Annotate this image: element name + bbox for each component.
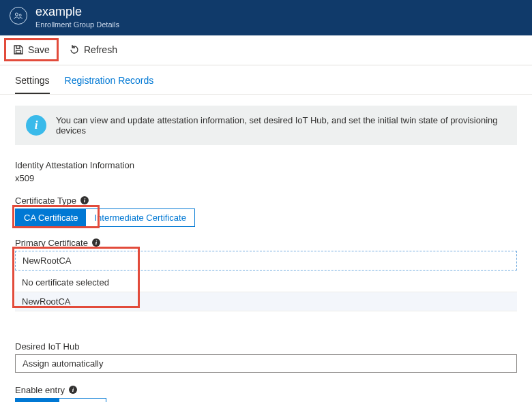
cert-type-ca-option[interactable]: CA Certificate [16,209,86,226]
info-icon: i [26,115,46,136]
tab-registration-records[interactable]: Registration Records [65,75,154,94]
enable-entry-label: Enable entry i [15,385,517,395]
svg-rect-2 [16,50,21,53]
enable-option[interactable]: Enable [16,399,59,402]
cert-type-intermediate-option[interactable]: Intermediate Certificate [86,209,194,226]
primary-certificate-dropdown[interactable]: NewRootCA [15,251,517,270]
page-subtitle: Enrollment Group Details [35,20,119,29]
page-header: example Enrollment Group Details [0,0,532,35]
desired-hub-label: Desired IoT Hub [15,341,517,352]
save-button[interactable]: Save [4,38,59,61]
primary-certificate-options: No certificate selected NewRootCA [15,273,517,311]
dropdown-option-newrootca[interactable]: NewRootCA [15,292,517,311]
info-icon[interactable]: i [92,238,100,247]
content-area: i You can view and update attestation in… [0,95,532,402]
group-icon [10,7,27,25]
page-title: example [35,5,119,19]
svg-point-0 [15,13,18,16]
primary-certificate-label: Primary Certificate i [15,238,517,248]
info-icon[interactable]: i [80,196,89,204]
refresh-button[interactable]: Refresh [60,38,126,61]
svg-point-1 [19,14,21,16]
info-text: You can view and update attestation info… [56,115,506,136]
dropdown-option-no-cert[interactable]: No certificate selected [15,273,517,292]
refresh-icon [69,44,80,55]
tab-strip: Settings Registration Records [0,65,532,95]
tab-settings[interactable]: Settings [15,75,50,94]
desired-hub-select[interactable]: Assign automatically [15,354,517,373]
certificate-type-label: Certificate Type i [15,196,517,206]
identity-attestation-label: Identity Attestation Information [15,160,517,170]
disable-option[interactable]: Disable [59,399,105,402]
refresh-label: Refresh [84,44,117,55]
info-banner: i You can view and update attestation in… [15,106,517,145]
certificate-type-toggle: CA Certificate Intermediate Certificate [15,208,195,227]
identity-attestation-value: x509 [15,173,517,183]
info-icon[interactable]: i [69,386,77,394]
enable-entry-toggle: Enable Disable [15,398,106,402]
toolbar: Save Refresh [0,35,532,65]
save-icon [13,44,24,55]
save-label: Save [28,44,50,55]
